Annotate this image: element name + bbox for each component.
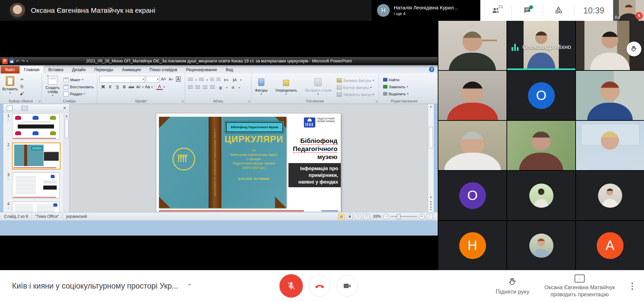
- grow-font-icon[interactable]: A˄: [160, 76, 167, 82]
- shape-fill-button[interactable]: Заливка фигуры▾: [337, 77, 374, 84]
- video-tile-speaking[interactable]: Олександр Міхно: [507, 21, 575, 70]
- shadow-button[interactable]: abe: [128, 84, 135, 90]
- format-painter-icon[interactable]: 🖌︎: [19, 91, 25, 97]
- italic-button[interactable]: К: [107, 84, 113, 90]
- video-tile[interactable]: [438, 71, 506, 120]
- tab-transitions[interactable]: Переходы: [90, 66, 117, 73]
- save-icon[interactable]: [9, 59, 14, 63]
- video-tile[interactable]: [576, 121, 644, 170]
- bullets-icon[interactable]: [188, 78, 193, 82]
- pinned-participants-pill[interactable]: Н Наталія Леонідівна Курил... і ще 4: [372, 0, 480, 21]
- tab-insert[interactable]: Вставка: [44, 66, 68, 73]
- underline-button[interactable]: Ч: [114, 84, 120, 90]
- change-case-button[interactable]: Aa: [144, 84, 151, 90]
- tab-home[interactable]: Главная: [19, 66, 44, 73]
- panel-scrollbar[interactable]: ▲: [64, 113, 69, 212]
- activities-button[interactable]: [552, 4, 565, 17]
- tab-design[interactable]: Дизайн: [68, 66, 90, 73]
- video-tile[interactable]: [576, 21, 644, 70]
- character-spacing-button[interactable]: AV: [135, 84, 142, 90]
- shape-outline-button[interactable]: Контур фигуры▾: [337, 84, 374, 91]
- more-options-button[interactable]: [628, 280, 637, 293]
- scroll-thumb[interactable]: [429, 127, 433, 148]
- clear-formatting-icon[interactable]: 🄰: [175, 76, 181, 82]
- zoom-slider-thumb[interactable]: [397, 214, 400, 219]
- audio-tile[interactable]: [507, 171, 575, 220]
- scroll-down-icon[interactable]: ▼: [430, 195, 432, 200]
- previous-slide-icon[interactable]: ▲▲: [430, 200, 432, 205]
- video-tile[interactable]: [438, 121, 506, 170]
- normal-view-button[interactable]: ▤: [338, 214, 344, 219]
- video-tile[interactable]: [438, 21, 506, 70]
- line-spacing-icon[interactable]: ⇕≡: [223, 77, 229, 83]
- strikethrough-button[interactable]: S: [121, 84, 127, 90]
- audio-tile[interactable]: О: [507, 71, 575, 120]
- tab-slideshow[interactable]: Показ слайдов: [145, 66, 182, 73]
- zoom-in-button[interactable]: +: [419, 214, 425, 219]
- text-direction-icon[interactable]: ∥A: [231, 77, 238, 83]
- help-icon[interactable]: ?: [429, 67, 434, 72]
- video-tile[interactable]: [576, 71, 644, 120]
- cut-icon[interactable]: ✂: [19, 77, 25, 83]
- main-vertical-scrollbar[interactable]: ▲ ▼ ▲▲ ▼▼: [428, 104, 434, 212]
- zoom-out-button[interactable]: −: [383, 214, 389, 219]
- arrange-button[interactable]: Упорядочить▾: [273, 76, 299, 99]
- select-button[interactable]: Выделить▾: [383, 90, 428, 97]
- drawing-dialog-launcher[interactable]: ⇲: [375, 100, 378, 103]
- language-indicator[interactable]: украинский: [66, 214, 87, 219]
- participants-button[interactable]: 21: [489, 4, 502, 17]
- slide-thumb-row-1[interactable]: 1☆: [5, 113, 62, 140]
- undo-icon[interactable]: ↶: [16, 59, 19, 63]
- meeting-details-chevron-icon[interactable]: ⌃: [187, 283, 192, 290]
- align-right-icon[interactable]: [203, 86, 208, 90]
- layout-button[interactable]: Макет▾: [63, 76, 94, 83]
- zoom-slider[interactable]: [391, 216, 417, 217]
- replace-button[interactable]: Заменить▾: [383, 83, 428, 90]
- panel-scroll-up-icon[interactable]: ▲: [64, 113, 69, 118]
- panel-scroll-thumb[interactable]: [65, 119, 68, 138]
- slides-tab-icon[interactable]: [7, 106, 13, 111]
- font-dialog-launcher[interactable]: ⇲: [181, 100, 184, 103]
- leave-call-button[interactable]: [309, 275, 330, 297]
- tab-animations[interactable]: Анимация: [117, 66, 145, 73]
- audio-tile[interactable]: Н: [438, 221, 506, 270]
- shapes-button[interactable]: Фигуры▾: [253, 76, 270, 99]
- minimize-ribbon-icon[interactable]: ⌃: [423, 67, 426, 71]
- slide-thumb-row-2[interactable]: 2☆: [5, 143, 62, 169]
- fit-to-window-button[interactable]: ⛶: [427, 214, 433, 219]
- shape-effects-button[interactable]: Эффекты фигур▾: [337, 91, 374, 98]
- columns-icon[interactable]: ▥: [217, 85, 224, 91]
- raise-hand-button[interactable]: Підняти руку: [492, 270, 533, 302]
- shrink-font-icon[interactable]: A˅: [168, 76, 174, 82]
- find-button[interactable]: Найти: [383, 76, 428, 83]
- tab-view[interactable]: Вид: [221, 66, 237, 73]
- reading-view-button[interactable]: ▢: [355, 214, 361, 219]
- outline-tab-icon[interactable]: [21, 106, 28, 111]
- slide-1-thumbnail[interactable]: [12, 113, 60, 140]
- increase-indent-icon[interactable]: [216, 78, 220, 82]
- font-name-combo[interactable]: ▾: [99, 76, 145, 83]
- quick-styles-button[interactable]: Экспресс-стили▾: [303, 76, 333, 99]
- audio-tile[interactable]: [507, 221, 575, 270]
- slide-3-thumbnail[interactable]: [12, 172, 60, 199]
- paste-button[interactable]: Вставить▾: [1, 75, 19, 98]
- copy-icon[interactable]: ⎘: [19, 84, 25, 90]
- audio-tile[interactable]: А: [576, 221, 644, 270]
- video-tile[interactable]: [507, 121, 575, 170]
- numbering-icon[interactable]: [199, 78, 204, 82]
- slide-thumb-row-3[interactable]: 3☆: [5, 172, 62, 199]
- justify-icon[interactable]: [210, 86, 215, 90]
- tab-file[interactable]: Файл: [1, 66, 19, 73]
- reset-button[interactable]: Восстановить: [63, 83, 94, 90]
- self-view-tile[interactable]: Ви: [613, 0, 644, 21]
- clipboard-dialog-launcher[interactable]: ⇲: [38, 100, 41, 103]
- bold-button[interactable]: Ж: [100, 84, 106, 90]
- camera-button[interactable]: [336, 275, 358, 297]
- scroll-up-icon[interactable]: ▲: [430, 104, 432, 109]
- slide-sorter-view-button[interactable]: ▦: [346, 214, 353, 219]
- next-slide-icon[interactable]: ▼▼: [430, 206, 432, 211]
- smartart-icon[interactable]: ⧉: [230, 85, 236, 91]
- slide-4-thumbnail[interactable]: [12, 202, 60, 212]
- new-slide-button[interactable]: Создать слайд▾: [43, 75, 62, 98]
- tab-review[interactable]: Рецензирование: [181, 66, 221, 73]
